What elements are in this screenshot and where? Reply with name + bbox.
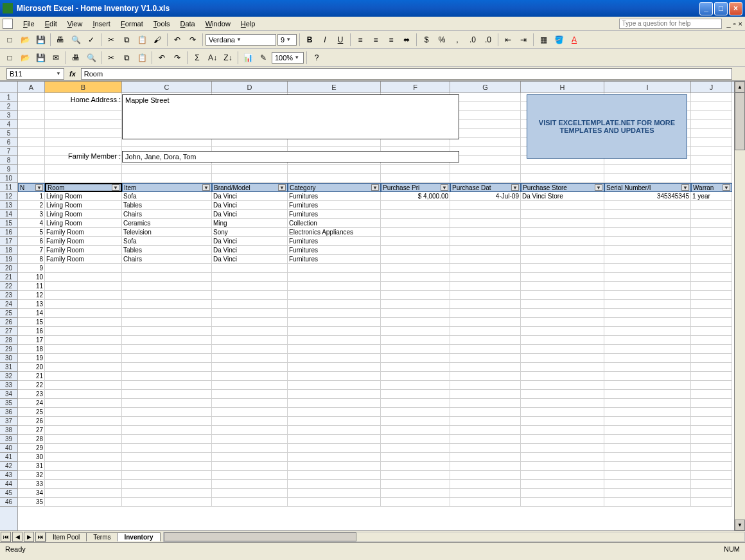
cell-C14[interactable]: Chairs [122,210,212,219]
cell-A43[interactable]: 32 [18,471,45,480]
copy-icon2[interactable]: ⧉ [119,51,134,65]
col-header-F[interactable]: F [381,82,450,92]
cell-I25[interactable] [604,309,691,318]
cell-H17[interactable] [521,237,604,246]
cell-E26[interactable] [288,318,381,327]
cell-F21[interactable] [381,273,450,282]
cell-F37[interactable] [381,417,450,426]
cell-H44[interactable] [521,480,604,489]
cell-E24[interactable] [288,300,381,309]
cell-E34[interactable] [288,390,381,399]
cell-A33[interactable]: 22 [18,381,45,390]
menu-format[interactable]: Format [116,19,148,29]
row-header-3[interactable]: 3 [0,111,17,120]
cell-G45[interactable] [450,489,521,498]
cell-G23[interactable] [450,291,521,300]
cell-J24[interactable] [691,300,732,309]
preview-icon2[interactable]: 🔍 [84,51,98,65]
row-header-21[interactable]: 21 [0,273,17,282]
print-icon2[interactable]: 🖶 [69,51,83,65]
cell-I37[interactable] [604,417,691,426]
increase-indent-icon[interactable]: ⇥ [516,33,530,47]
decrease-indent-icon[interactable]: ⇤ [501,33,515,47]
cell-B31[interactable] [45,363,122,372]
cell-H40[interactable] [521,444,604,453]
cell-E30[interactable] [288,354,381,363]
cell-A36[interactable]: 25 [18,408,45,417]
cell-I27[interactable] [604,327,691,336]
cell-B29[interactable] [45,345,122,354]
cell-G10[interactable] [450,174,521,183]
cell-B35[interactable] [45,399,122,408]
cell-C23[interactable] [122,291,212,300]
copy-icon[interactable]: ⧉ [119,33,134,47]
cell-I40[interactable] [604,444,691,453]
cell-F28[interactable] [381,336,450,345]
increase-decimal-icon[interactable]: .0 [466,33,480,47]
row-header-35[interactable]: 35 [0,399,17,408]
cell-H34[interactable] [521,390,604,399]
row-header-23[interactable]: 23 [0,291,17,300]
new-icon2[interactable]: □ [3,51,17,65]
cell-H25[interactable] [521,309,604,318]
horizontal-scrollbar[interactable] [163,532,746,542]
cell-E41[interactable] [288,453,381,462]
row-header-29[interactable]: 29 [0,345,17,354]
cell-H32[interactable] [521,372,604,381]
cell-F39[interactable] [381,435,450,444]
cell-H21[interactable] [521,273,604,282]
cell-H36[interactable] [521,408,604,417]
cell-D30[interactable] [212,354,288,363]
cell-J22[interactable] [691,282,732,291]
cell-E37[interactable] [288,417,381,426]
cell-D14[interactable]: Da Vinci [212,210,288,219]
cell-F17[interactable] [381,237,450,246]
cell-E13[interactable]: Furnitures [288,201,381,210]
minimize-button[interactable]: _ [699,2,713,15]
col-header-B[interactable]: B [45,82,122,92]
cell-C32[interactable] [122,372,212,381]
spell-icon[interactable]: ✓ [84,33,98,47]
row-header-5[interactable]: 5 [0,129,17,138]
cell-I13[interactable] [604,201,691,210]
cell-C25[interactable] [122,309,212,318]
cell-B23[interactable] [45,291,122,300]
cell-A29[interactable]: 18 [18,345,45,354]
bold-icon[interactable]: B [302,33,317,47]
cell-E45[interactable] [288,489,381,498]
row-header-2[interactable]: 2 [0,102,17,111]
cell-D25[interactable] [212,309,288,318]
cell-A16[interactable]: 5 [18,228,45,237]
cell-G20[interactable] [450,264,521,273]
cell-I10[interactable] [604,174,691,183]
cell-A13[interactable]: 2 [18,201,45,210]
row-header-12[interactable]: 12 [0,192,17,201]
cell-F24[interactable] [381,300,450,309]
cell-F36[interactable] [381,408,450,417]
cell-G8[interactable] [450,156,521,165]
cell-C20[interactable] [122,264,212,273]
cell-H11[interactable]: Purchase Store▼ [521,183,604,192]
cell-B17[interactable]: Family Room [45,237,122,246]
filter-dropdown-D[interactable]: ▼ [278,184,286,191]
cell-G3[interactable] [450,111,521,120]
col-header-E[interactable]: E [288,82,381,92]
cell-J31[interactable] [691,363,732,372]
row-header-11[interactable]: 11 [0,183,17,192]
filter-dropdown-B[interactable]: ▼ [112,184,119,191]
cell-C12[interactable]: Sofa [122,192,212,201]
sort-desc-icon[interactable]: Z↓ [221,51,235,65]
cell-E23[interactable] [288,291,381,300]
cell-J27[interactable] [691,327,732,336]
cell-A19[interactable]: 8 [18,255,45,264]
print-icon[interactable]: 🖶 [53,33,67,47]
cut-icon[interactable]: ✂ [104,33,118,47]
cell-H38[interactable] [521,426,604,435]
cell-F30[interactable] [381,354,450,363]
cell-H18[interactable] [521,246,604,255]
cell-H22[interactable] [521,282,604,291]
cell-J45[interactable] [691,489,732,498]
cell-F41[interactable] [381,453,450,462]
cell-E33[interactable] [288,381,381,390]
cut-icon2[interactable]: ✂ [104,51,118,65]
